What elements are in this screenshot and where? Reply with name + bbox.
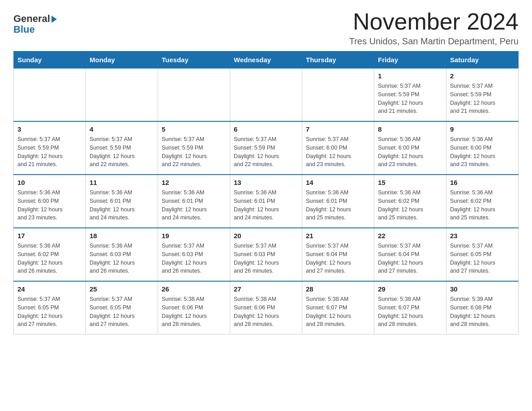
- logo-area: General Blue: [13, 9, 57, 35]
- calendar-cell: 8Sunrise: 5:36 AMSunset: 6:00 PMDaylight…: [374, 121, 446, 175]
- calendar-cell: 18Sunrise: 5:36 AMSunset: 6:03 PMDayligh…: [86, 228, 158, 281]
- calendar-cell: 14Sunrise: 5:36 AMSunset: 6:01 PMDayligh…: [302, 175, 374, 228]
- day-info: Sunrise: 5:36 AMSunset: 6:01 PMDaylight:…: [162, 188, 226, 222]
- day-info: Sunrise: 5:36 AMSunset: 6:02 PMDaylight:…: [378, 188, 442, 222]
- day-info: Sunrise: 5:36 AMSunset: 6:01 PMDaylight:…: [306, 188, 370, 222]
- weekday-header-wednesday: Wednesday: [230, 51, 302, 68]
- calendar-cell: [230, 68, 302, 122]
- day-number: 14: [306, 179, 370, 186]
- day-number: 2: [450, 72, 515, 80]
- calendar-cell: 19Sunrise: 5:37 AMSunset: 6:03 PMDayligh…: [158, 228, 230, 281]
- day-info: Sunrise: 5:37 AMSunset: 5:59 PMDaylight:…: [234, 135, 298, 169]
- calendar-cell: 11Sunrise: 5:36 AMSunset: 6:01 PMDayligh…: [86, 175, 158, 228]
- day-number: 3: [17, 125, 82, 133]
- day-number: 10: [17, 179, 82, 186]
- calendar-cell: 30Sunrise: 5:39 AMSunset: 6:08 PMDayligh…: [446, 281, 519, 334]
- calendar-cell: 3Sunrise: 5:37 AMSunset: 5:59 PMDaylight…: [14, 121, 86, 175]
- day-info: Sunrise: 5:37 AMSunset: 5:59 PMDaylight:…: [17, 135, 82, 169]
- calendar-cell: 16Sunrise: 5:36 AMSunset: 6:02 PMDayligh…: [446, 175, 519, 228]
- calendar-cell: [158, 68, 230, 122]
- calendar-cell: 22Sunrise: 5:37 AMSunset: 6:04 PMDayligh…: [374, 228, 446, 281]
- day-info: Sunrise: 5:37 AMSunset: 6:05 PMDaylight:…: [90, 295, 154, 329]
- day-number: 13: [234, 179, 298, 186]
- calendar-cell: 6Sunrise: 5:37 AMSunset: 5:59 PMDaylight…: [230, 121, 302, 175]
- calendar-cell: 21Sunrise: 5:37 AMSunset: 6:04 PMDayligh…: [302, 228, 374, 281]
- weekday-header-tuesday: Tuesday: [158, 51, 230, 68]
- calendar-cell: 5Sunrise: 5:37 AMSunset: 5:59 PMDaylight…: [158, 121, 230, 175]
- calendar-week-row: 3Sunrise: 5:37 AMSunset: 5:59 PMDaylight…: [14, 121, 519, 175]
- day-info: Sunrise: 5:38 AMSunset: 6:06 PMDaylight:…: [234, 295, 298, 329]
- day-number: 5: [162, 125, 226, 133]
- calendar-cell: 20Sunrise: 5:37 AMSunset: 6:03 PMDayligh…: [230, 228, 302, 281]
- day-number: 1: [378, 72, 442, 80]
- day-number: 19: [162, 232, 226, 240]
- calendar-cell: 1Sunrise: 5:37 AMSunset: 5:59 PMDaylight…: [374, 68, 446, 122]
- day-info: Sunrise: 5:37 AMSunset: 5:59 PMDaylight:…: [378, 82, 442, 116]
- day-number: 27: [234, 285, 298, 293]
- day-number: 21: [306, 232, 370, 240]
- weekday-header-sunday: Sunday: [14, 51, 86, 68]
- calendar-cell: 7Sunrise: 5:37 AMSunset: 6:00 PMDaylight…: [302, 121, 374, 175]
- day-info: Sunrise: 5:37 AMSunset: 6:04 PMDaylight:…: [378, 242, 442, 275]
- day-number: 24: [17, 285, 82, 293]
- calendar-cell: 4Sunrise: 5:37 AMSunset: 5:59 PMDaylight…: [86, 121, 158, 175]
- calendar-cell: 17Sunrise: 5:36 AMSunset: 6:02 PMDayligh…: [14, 228, 86, 281]
- weekday-header-thursday: Thursday: [302, 51, 374, 68]
- day-info: Sunrise: 5:37 AMSunset: 6:00 PMDaylight:…: [306, 135, 370, 169]
- day-info: Sunrise: 5:37 AMSunset: 5:59 PMDaylight:…: [162, 135, 226, 169]
- day-info: Sunrise: 5:37 AMSunset: 5:59 PMDaylight:…: [90, 135, 154, 169]
- month-title: November 2024: [349, 9, 519, 34]
- calendar-week-row: 17Sunrise: 5:36 AMSunset: 6:02 PMDayligh…: [14, 228, 519, 281]
- calendar-week-row: 1Sunrise: 5:37 AMSunset: 5:59 PMDaylight…: [14, 68, 519, 122]
- day-info: Sunrise: 5:36 AMSunset: 6:00 PMDaylight:…: [450, 135, 515, 169]
- day-info: Sunrise: 5:37 AMSunset: 6:05 PMDaylight:…: [450, 242, 515, 275]
- header: General Blue November 2024 Tres Unidos, …: [13, 9, 519, 47]
- calendar-cell: [14, 68, 86, 122]
- day-info: Sunrise: 5:37 AMSunset: 5:59 PMDaylight:…: [450, 82, 515, 116]
- day-number: 29: [378, 285, 442, 293]
- calendar-cell: 23Sunrise: 5:37 AMSunset: 6:05 PMDayligh…: [446, 228, 519, 281]
- calendar-cell: 29Sunrise: 5:38 AMSunset: 6:07 PMDayligh…: [374, 281, 446, 334]
- weekday-header-saturday: Saturday: [446, 51, 519, 68]
- day-info: Sunrise: 5:36 AMSunset: 6:01 PMDaylight:…: [234, 188, 298, 222]
- weekday-header-friday: Friday: [374, 51, 446, 68]
- day-info: Sunrise: 5:38 AMSunset: 6:07 PMDaylight:…: [378, 295, 442, 329]
- day-number: 4: [90, 125, 154, 133]
- calendar-cell: 25Sunrise: 5:37 AMSunset: 6:05 PMDayligh…: [86, 281, 158, 334]
- day-number: 20: [234, 232, 298, 240]
- day-number: 28: [306, 285, 370, 293]
- day-info: Sunrise: 5:36 AMSunset: 6:00 PMDaylight:…: [378, 135, 442, 169]
- calendar-cell: 10Sunrise: 5:36 AMSunset: 6:00 PMDayligh…: [14, 175, 86, 228]
- calendar-cell: 13Sunrise: 5:36 AMSunset: 6:01 PMDayligh…: [230, 175, 302, 228]
- day-number: 18: [90, 232, 154, 240]
- day-number: 22: [378, 232, 442, 240]
- logo-blue: Blue: [13, 24, 35, 35]
- day-info: Sunrise: 5:36 AMSunset: 6:00 PMDaylight:…: [17, 188, 82, 222]
- calendar-cell: 28Sunrise: 5:38 AMSunset: 6:07 PMDayligh…: [302, 281, 374, 334]
- calendar-cell: 2Sunrise: 5:37 AMSunset: 5:59 PMDaylight…: [446, 68, 519, 122]
- day-info: Sunrise: 5:37 AMSunset: 6:03 PMDaylight:…: [234, 242, 298, 275]
- day-number: 9: [450, 125, 515, 133]
- weekday-header-monday: Monday: [86, 51, 158, 68]
- day-info: Sunrise: 5:38 AMSunset: 6:07 PMDaylight:…: [306, 295, 370, 329]
- day-number: 26: [162, 285, 226, 293]
- title-area: November 2024 Tres Unidos, San Martin De…: [349, 9, 519, 47]
- calendar-table: SundayMondayTuesdayWednesdayThursdayFrid…: [13, 51, 519, 334]
- day-number: 11: [90, 179, 154, 186]
- calendar-week-row: 10Sunrise: 5:36 AMSunset: 6:00 PMDayligh…: [14, 175, 519, 228]
- day-info: Sunrise: 5:37 AMSunset: 6:04 PMDaylight:…: [306, 242, 370, 275]
- calendar-week-row: 24Sunrise: 5:37 AMSunset: 6:05 PMDayligh…: [14, 281, 519, 334]
- calendar-cell: 27Sunrise: 5:38 AMSunset: 6:06 PMDayligh…: [230, 281, 302, 334]
- day-info: Sunrise: 5:39 AMSunset: 6:08 PMDaylight:…: [450, 295, 515, 329]
- logo: General Blue: [13, 13, 57, 35]
- day-info: Sunrise: 5:36 AMSunset: 6:02 PMDaylight:…: [450, 188, 515, 222]
- calendar-cell: 26Sunrise: 5:38 AMSunset: 6:06 PMDayligh…: [158, 281, 230, 334]
- weekday-header-row: SundayMondayTuesdayWednesdayThursdayFrid…: [14, 51, 519, 68]
- calendar-cell: 9Sunrise: 5:36 AMSunset: 6:00 PMDaylight…: [446, 121, 519, 175]
- calendar-cell: 24Sunrise: 5:37 AMSunset: 6:05 PMDayligh…: [14, 281, 86, 334]
- day-info: Sunrise: 5:36 AMSunset: 6:02 PMDaylight:…: [17, 242, 82, 275]
- day-number: 8: [378, 125, 442, 133]
- day-number: 30: [450, 285, 515, 293]
- calendar-cell: 15Sunrise: 5:36 AMSunset: 6:02 PMDayligh…: [374, 175, 446, 228]
- day-number: 12: [162, 179, 226, 186]
